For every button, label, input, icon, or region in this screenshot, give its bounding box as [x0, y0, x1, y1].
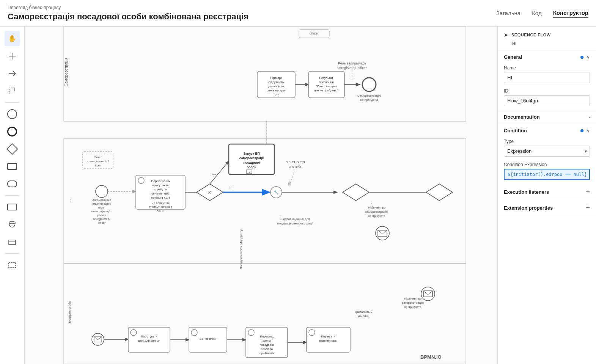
svg-line-4: [13, 74, 16, 76]
svg-text:Перегляд: Перегляд: [260, 335, 274, 338]
svg-text:самореєстрації: самореєстрації: [239, 156, 264, 160]
svg-text:edrpou в КЕП: edrpou в КЕП: [151, 196, 170, 199]
general-dot: [580, 56, 583, 59]
svg-text:Рішення про: Рішення про: [368, 206, 386, 209]
rect-round-icon: [7, 180, 17, 187]
svg-rect-6: [9, 240, 16, 245]
rect2-icon: [7, 204, 17, 210]
documentation-section-header[interactable]: Documentation ›: [498, 110, 596, 124]
svg-text:🔧: 🔧: [274, 190, 279, 195]
tab-general[interactable]: Загальна: [496, 8, 521, 18]
id-field: ID: [498, 87, 596, 110]
svg-point-30: [362, 78, 376, 91]
svg-text:Інфо про: Інфо про: [270, 76, 283, 80]
id-input[interactable]: [504, 95, 590, 106]
rect-tool[interactable]: [5, 159, 20, 174]
lasso-tool[interactable]: [5, 83, 20, 99]
extension-properties-add-icon[interactable]: +: [586, 204, 590, 212]
right-panel: ➤ SEQUENCE FLOW HI General ∨ Name ID: [497, 27, 596, 364]
svg-point-40: [96, 185, 108, 198]
svg-text:авторєєстрацію: авторєєстрацію: [402, 301, 424, 304]
svg-text:Перевірка на: Перевірка на: [151, 179, 170, 183]
general-section-header[interactable]: General ∨: [498, 50, 596, 64]
id-label: ID: [504, 88, 590, 94]
rect-round-tool[interactable]: [5, 176, 20, 191]
svg-text:unregistered-: unregistered-: [93, 217, 110, 221]
rect-icon: [7, 163, 17, 170]
circle-bold-tool[interactable]: [5, 124, 20, 139]
condition-type-label: Type: [504, 139, 590, 144]
documentation-section-controls: ›: [588, 115, 590, 120]
svg-text:модерації самореєстрації: модерації самореєстрації: [277, 222, 313, 225]
svg-text:Самореєстрація: Самореєстрація: [64, 58, 68, 86]
svg-text:самореєстрацію: самореєстрацію: [365, 210, 388, 213]
svg-text:дозволу на: дозволу на: [269, 85, 284, 88]
svg-text:атрибут edrpou в: атрибут edrpou в: [149, 205, 173, 209]
svg-text:unregistered-officer: unregistered-officer: [337, 66, 366, 70]
condition-expr-input[interactable]: [504, 169, 590, 180]
svg-text:✕: ✕: [208, 190, 212, 195]
execution-listeners-add-icon[interactable]: +: [586, 188, 590, 196]
svg-text:fullName, drfo,: fullName, drfo,: [151, 192, 170, 195]
bpmn-canvas[interactable]: Самореєстрація officer Роль залишилась u…: [25, 27, 497, 364]
tab-code[interactable]: Код: [532, 8, 542, 18]
diamond-tool[interactable]: [5, 141, 20, 157]
svg-rect-8: [9, 262, 16, 268]
db-tool[interactable]: [5, 217, 20, 232]
svg-text:не прийнято: не прийнято: [404, 305, 421, 309]
svg-line-3: [13, 71, 16, 74]
general-section-controls: ∨: [580, 55, 590, 60]
connect-tool[interactable]: [5, 66, 20, 81]
header-left: Перегляд бізнес-процесу Самореєстрація п…: [8, 5, 248, 22]
panel-header: ➤ SEQUENCE FLOW HI: [498, 27, 596, 50]
diamond-icon: [6, 143, 18, 155]
breadcrumb: Перегляд бізнес-процесу: [8, 5, 248, 10]
svg-point-5: [9, 221, 15, 224]
svg-text:так: так: [212, 173, 216, 176]
documentation-chevron-icon: ›: [588, 115, 590, 120]
condition-type-select[interactable]: Expression Script None: [504, 146, 590, 157]
svg-text:Автоматичний: Автоматичний: [92, 198, 111, 202]
dotted-rect-tool[interactable]: [5, 257, 20, 273]
svg-text:даних: даних: [263, 339, 271, 342]
svg-text:Самореєстрацію: Самореєстрацію: [357, 94, 381, 97]
svg-text:Роль залишилась: Роль залишилась: [338, 61, 366, 65]
svg-text:не пройдено: не пройдено: [360, 98, 378, 102]
svg-text:- unregistered-of: - unregistered-of: [87, 160, 109, 163]
svg-text:цію: цію: [274, 93, 278, 96]
execution-listeners-row[interactable]: Execution listeners +: [498, 184, 596, 200]
crosshair-tool[interactable]: [5, 49, 20, 64]
svg-text:Посадова особа: Модератор: Посадова особа: Модератор: [239, 229, 243, 269]
svg-text:Рішення про: Рішення про: [404, 297, 422, 300]
condition-expr-label: Condition Expression: [504, 162, 590, 167]
svg-text:не прийнято: не прийнято: [368, 214, 385, 218]
svg-text:+: +: [248, 171, 250, 174]
svg-text:атрибутів: атрибутів: [154, 188, 167, 191]
svg-text:Підготувати: Підготувати: [141, 335, 157, 338]
svg-text:самореєстра-: самореєстра-: [267, 89, 286, 92]
svg-text:КЕП?: КЕП?: [157, 209, 165, 212]
svg-text:officer: officer: [98, 221, 106, 224]
name-input[interactable]: [504, 72, 590, 83]
circle-icon: [7, 109, 17, 119]
circle-tool[interactable]: [5, 107, 20, 122]
svg-text:рішення КЕП: рішення КЕП: [319, 339, 337, 342]
extension-properties-row[interactable]: Extension properties +: [498, 200, 596, 216]
condition-controls: ∨: [580, 128, 590, 133]
svg-text:дані для форми: дані для форми: [138, 339, 160, 342]
documentation-section-title: Documentation: [504, 114, 540, 120]
rect2-tool[interactable]: [5, 199, 20, 215]
svg-text:посадової: посадової: [259, 343, 274, 347]
condition-header[interactable]: Condition ∨: [498, 124, 596, 137]
condition-type-select-wrapper: Expression Script None: [504, 146, 590, 157]
tab-constructor[interactable]: Конструктор: [553, 8, 588, 18]
hand-tool[interactable]: ✋: [5, 31, 20, 46]
toolbar-divider-1: [5, 102, 19, 103]
svg-text:автентифікації з: автентифікації з: [91, 210, 113, 213]
svg-text:Роль: Роль: [94, 155, 101, 159]
svg-text:ПІБ, РНОКПП: ПІБ, РНОКПП: [285, 160, 305, 164]
rect3-tool[interactable]: [5, 234, 20, 249]
extension-properties-label: Extension properties: [504, 205, 553, 211]
main-container: ✋: [0, 27, 596, 364]
svg-text:виконання: виконання: [319, 80, 334, 84]
